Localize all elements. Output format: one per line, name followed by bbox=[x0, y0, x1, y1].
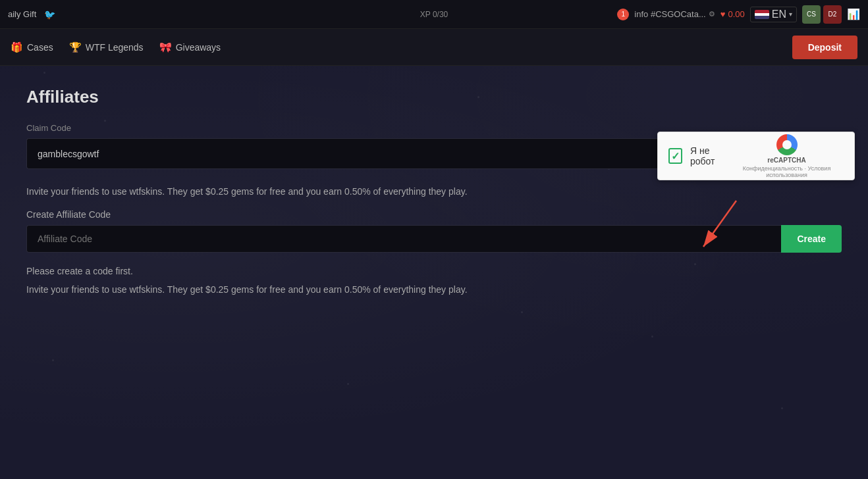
twitter-icon[interactable]: 🐦 bbox=[44, 9, 55, 20]
nav-left: 🎁 Cases 🏆 WTF Legends 🎀 Giveaways bbox=[11, 38, 221, 57]
cases-label: Cases bbox=[27, 42, 53, 53]
info-channel-text: info #CSGOCata... bbox=[634, 9, 705, 19]
claim-code-row: Claim ✓ Я не робот reCAPTCHA Конфиденциа… bbox=[26, 138, 842, 169]
recaptcha-right: reCAPTCHA Конфиденциальность · Условия и… bbox=[730, 134, 844, 178]
recaptcha-logo bbox=[776, 134, 798, 155]
wtf-legends-label: WTF Legends bbox=[86, 42, 144, 53]
chevron-down-icon: ▾ bbox=[789, 11, 792, 18]
topbar: aily Gift 🐦 XP 0/30 1 info #CSGOCata... … bbox=[0, 0, 868, 29]
recaptcha-links: Конфиденциальность · Условия использован… bbox=[730, 165, 844, 178]
notification-badge: 1 bbox=[617, 9, 629, 20]
nav-wtf-legends[interactable]: 🏆 WTF Legends bbox=[69, 38, 144, 57]
language-selector[interactable]: EN ▾ bbox=[750, 7, 797, 22]
create-code-row: Create bbox=[26, 225, 842, 253]
invite-text2: Invite your friends to use wtfskins. The… bbox=[26, 284, 842, 295]
heart-icon: ♥ bbox=[720, 9, 726, 19]
invite-text: Invite your friends to use wtfskins. The… bbox=[26, 185, 842, 199]
dota-icon[interactable]: D2 bbox=[823, 5, 842, 24]
recaptcha-left: ✓ Я не робот bbox=[668, 145, 730, 166]
gear-icon: ⚙ bbox=[709, 10, 715, 18]
recaptcha-brand: reCAPTCHA bbox=[767, 157, 805, 164]
csgo-icon-label: CS bbox=[807, 11, 816, 18]
page-title: Affiliates bbox=[26, 87, 842, 107]
privacy-link[interactable]: Конфиденциальность bbox=[743, 165, 803, 172]
chart-icon[interactable]: 📊 bbox=[847, 8, 860, 20]
nav-cases[interactable]: 🎁 Cases bbox=[11, 38, 53, 57]
topbar-right: 1 info #CSGOCata... ⚙ ♥ 0.00 EN ▾ CS D2 … bbox=[617, 5, 860, 24]
trophy-icon: 🏆 bbox=[69, 41, 82, 53]
balance-value: 0.00 bbox=[728, 9, 744, 19]
navbar: 🎁 Cases 🏆 WTF Legends 🎀 Giveaways Deposi… bbox=[0, 29, 868, 66]
gift-icon: 🎀 bbox=[159, 41, 172, 53]
recaptcha-checkbox[interactable]: ✓ bbox=[668, 148, 682, 164]
flag-icon bbox=[755, 10, 769, 19]
giveaways-label: Giveaways bbox=[176, 42, 221, 53]
balance-display: ♥ 0.00 bbox=[720, 9, 745, 19]
game-icons: CS D2 bbox=[802, 5, 842, 24]
lang-label: EN bbox=[772, 9, 786, 20]
main-content: Affiliates Claim Code Claim ✓ Я не робот… bbox=[0, 66, 868, 316]
topbar-left: aily Gift 🐦 bbox=[8, 9, 55, 20]
nav-giveaways[interactable]: 🎀 Giveaways bbox=[159, 38, 221, 57]
status-text: Please create a code first. bbox=[26, 266, 842, 276]
xp-display: XP 0/30 bbox=[420, 10, 448, 19]
cases-icon: 🎁 bbox=[11, 41, 23, 53]
create-affiliate-label: Create Affiliate Code bbox=[26, 209, 842, 220]
daily-gift-link[interactable]: aily Gift bbox=[8, 9, 36, 19]
info-channel[interactable]: info #CSGOCata... ⚙ bbox=[634, 9, 715, 19]
dota-icon-label: D2 bbox=[828, 11, 837, 18]
csgo-icon[interactable]: CS bbox=[802, 5, 821, 24]
affiliate-code-input[interactable] bbox=[26, 225, 781, 253]
recaptcha-popup: ✓ Я не робот reCAPTCHA Конфиденциальност… bbox=[657, 132, 855, 180]
recaptcha-text: Я не робот bbox=[690, 145, 730, 166]
create-button[interactable]: Create bbox=[781, 225, 842, 253]
deposit-button[interactable]: Deposit bbox=[792, 36, 857, 59]
checkmark-icon: ✓ bbox=[671, 150, 680, 163]
